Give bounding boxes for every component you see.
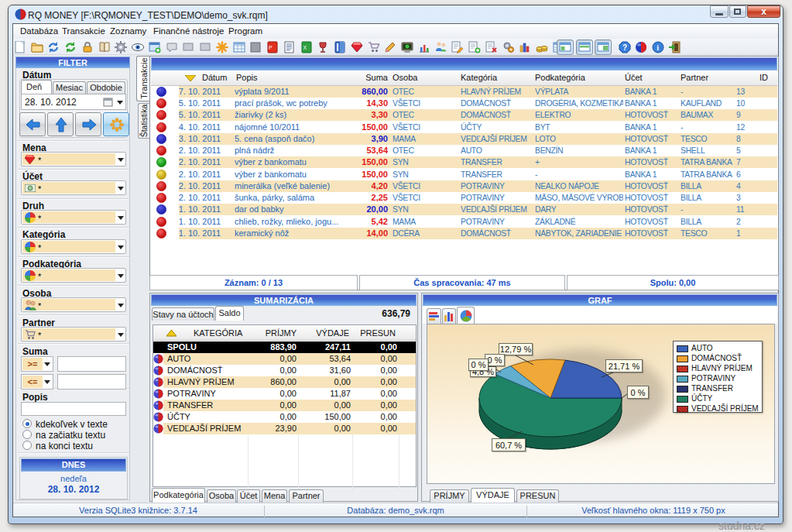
svg-text:i: i [657, 43, 659, 52]
svg-text:X: X [303, 45, 307, 50]
svg-text:?: ? [622, 43, 627, 52]
svg-text:P: P [269, 45, 273, 50]
